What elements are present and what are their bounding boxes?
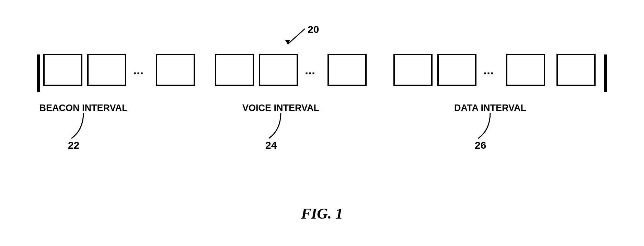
data-box-2 xyxy=(438,54,476,85)
data-box-3 xyxy=(507,54,544,85)
beacon-dots: ... xyxy=(133,63,143,77)
voice-ref: 24 xyxy=(265,139,277,151)
left-vbar xyxy=(37,54,40,92)
data-box-4 xyxy=(557,54,595,85)
voice-box-2 xyxy=(260,54,297,85)
voice-label: VOICE INTERVAL xyxy=(242,103,319,113)
data-box-1 xyxy=(394,54,432,85)
data-curve xyxy=(478,113,490,138)
data-ref: 26 xyxy=(475,139,486,151)
data-dots: ... xyxy=(483,63,494,77)
figure-caption-text: FIG. 1 xyxy=(301,205,343,222)
voice-box-1 xyxy=(216,54,253,85)
beacon-label: BEACON INTERVAL xyxy=(39,103,127,113)
svg-line-0 xyxy=(288,29,305,44)
voice-curve xyxy=(269,113,281,138)
beacon-box-2 xyxy=(88,54,126,85)
beacon-box-3 xyxy=(157,54,194,85)
timeline-svg: ... BEACON INTERVAL 22 ... VOICE INTERVA… xyxy=(30,51,614,188)
beacon-box-1 xyxy=(44,54,82,85)
beacon-ref: 22 xyxy=(68,139,79,151)
figure-caption: FIG. 1 xyxy=(301,205,343,222)
voice-dots: ... xyxy=(305,63,315,77)
voice-box-3 xyxy=(328,54,366,85)
diagram-container: 20 ... BEACON INTERVAL 22 xyxy=(0,0,644,246)
beacon-curve xyxy=(71,113,83,138)
ref-20-area: 20 xyxy=(271,25,325,54)
right-vbar xyxy=(604,54,607,92)
diagram-inner: 20 ... BEACON INTERVAL 22 xyxy=(30,20,614,226)
ref-number-20: 20 xyxy=(308,24,319,35)
data-label: DATA INTERVAL xyxy=(454,103,526,113)
